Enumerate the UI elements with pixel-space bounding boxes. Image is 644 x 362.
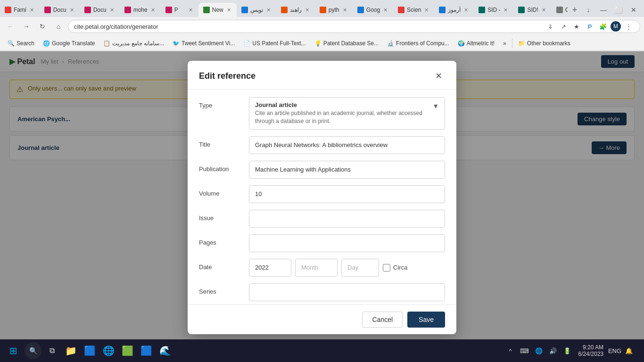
- save-button[interactable]: Save: [407, 312, 445, 328]
- tab-sid2[interactable]: SID! ✕: [513, 3, 551, 17]
- bookmark-altmetric[interactable]: 🌍 Altmetric it!: [454, 39, 498, 48]
- date-year-input[interactable]: [249, 259, 291, 277]
- bookmark-patent[interactable]: 📄 US Patent Full-Text...: [239, 39, 309, 48]
- bookmark-search[interactable]: 🔍 Search: [4, 39, 38, 48]
- bookmark-translate[interactable]: 🌐 Google Translate: [39, 39, 99, 48]
- date-day-input[interactable]: [341, 259, 379, 277]
- tab-close-rahnd[interactable]: ✕: [304, 6, 310, 14]
- altmetric-bm-icon: 🌍: [458, 40, 465, 47]
- modal-close-button[interactable]: ✕: [432, 69, 445, 82]
- petal-icon[interactable]: P: [584, 21, 595, 32]
- excel-button[interactable]: 🟩: [119, 342, 136, 359]
- home-button[interactable]: ⌂: [52, 20, 65, 33]
- tab-new[interactable]: New ✕: [198, 3, 237, 17]
- patent-bm-icon: 📄: [243, 40, 250, 47]
- tab-armoz[interactable]: آرموز ✕: [434, 3, 474, 17]
- ms-365-button[interactable]: 🟦: [81, 342, 98, 359]
- circa-label: Circa: [393, 264, 407, 271]
- edge-button[interactable]: 🌊: [157, 342, 173, 359]
- cancel-button[interactable]: Cancel: [362, 312, 403, 328]
- reload-button[interactable]: ↻: [36, 20, 49, 33]
- volume-input[interactable]: [249, 185, 445, 203]
- series-control: [249, 283, 445, 301]
- close-window-button[interactable]: ✕: [627, 3, 640, 16]
- tab-close-fami[interactable]: ✕: [29, 6, 35, 14]
- file-explorer-button[interactable]: 📁: [62, 342, 79, 359]
- start-button[interactable]: ⊞: [4, 341, 23, 360]
- tab-petal[interactable]: P ✕: [161, 3, 198, 17]
- notifications-icon[interactable]: 🔔: [622, 344, 636, 357]
- tab-close-new[interactable]: ✕: [226, 6, 232, 14]
- type-select-content: Journal article Cite an article publishe…: [255, 101, 432, 125]
- bookmarks-more-button[interactable]: »: [499, 39, 510, 48]
- tab-docu2[interactable]: Docu ✕: [80, 3, 120, 17]
- tab-close-goog[interactable]: ✕: [382, 6, 388, 14]
- tab-docu1[interactable]: Docu ✕: [40, 3, 80, 17]
- tab-fami[interactable]: Fami ✕: [0, 3, 40, 17]
- bookmark-star-icon[interactable]: ★: [571, 21, 582, 32]
- bookmark-frontiers[interactable]: 🔬 Frontiers of Compu...: [383, 39, 453, 48]
- address-bar[interactable]: cite.petal.org/citation/generator ⇓ ↗ ★ …: [68, 20, 640, 33]
- tab-list-button[interactable]: ↓: [582, 3, 595, 16]
- series-input[interactable]: [249, 283, 445, 301]
- title-input[interactable]: [249, 136, 445, 154]
- keyboard-icon[interactable]: ⌨: [518, 344, 531, 357]
- forward-button[interactable]: →: [20, 20, 33, 33]
- type-control: Journal article Cite an article publishe…: [249, 97, 445, 130]
- task-view-button[interactable]: ⧉: [43, 342, 60, 359]
- profile-icon[interactable]: M: [611, 21, 621, 32]
- bookmark-tweet[interactable]: 🐦 Tweet Sentiment Vi...: [169, 39, 239, 48]
- share-icon[interactable]: ↗: [558, 21, 569, 32]
- tab-chat[interactable]: Chat ✕: [552, 3, 568, 17]
- tab-favicon-petal: [165, 7, 172, 13]
- extensions-icon[interactable]: 🧩: [597, 21, 609, 32]
- maximize-button[interactable]: ⬜: [612, 3, 625, 16]
- tab-close-docu1[interactable]: ✕: [69, 6, 75, 14]
- chrome-button[interactable]: 🌐: [100, 342, 117, 359]
- tab-close-mohe[interactable]: ✕: [150, 6, 156, 14]
- tab-close-scien[interactable]: ✕: [423, 6, 429, 14]
- tab-goog[interactable]: Goog ✕: [353, 3, 393, 17]
- date-field-row: Date Circa: [199, 259, 445, 277]
- tab-close-google[interactable]: ✕: [265, 6, 272, 14]
- network-icon[interactable]: 🌐: [532, 344, 545, 357]
- menu-icon[interactable]: ⋮: [623, 21, 634, 32]
- pages-control: [249, 234, 445, 252]
- bookmark-patent-db[interactable]: 💡 Patent Database Se...: [311, 39, 382, 48]
- tab-close-armoz[interactable]: ✕: [463, 6, 469, 14]
- date-month-input[interactable]: [295, 259, 338, 277]
- tab-pyth[interactable]: pyth ✕: [315, 3, 353, 17]
- modal-footer: Cancel Save: [188, 304, 456, 334]
- type-select[interactable]: Journal article Cite an article publishe…: [249, 97, 445, 130]
- tab-close-sid2[interactable]: ✕: [541, 6, 547, 14]
- lang-indicator[interactable]: ENG: [608, 344, 621, 357]
- tab-close-sid1[interactable]: ✕: [503, 6, 509, 14]
- tab-label-goog: Goog: [366, 7, 380, 13]
- tab-sid1[interactable]: SID - ✕: [474, 3, 513, 17]
- bookmark-samaneh[interactable]: 📋 سامانه جامع مدیریت...: [99, 39, 168, 48]
- minimize-button[interactable]: —: [597, 3, 610, 16]
- other-bookmarks-folder[interactable]: 📁 Other bookmarks: [514, 39, 574, 48]
- circa-checkbox[interactable]: [383, 264, 390, 272]
- tab-mohe[interactable]: mohe ✕: [120, 3, 161, 17]
- tab-google[interactable]: نویس ✕: [237, 3, 276, 17]
- issue-field-row: Issue: [199, 210, 445, 228]
- pages-input[interactable]: [249, 234, 445, 252]
- tab-close-docu2[interactable]: ✕: [109, 6, 115, 14]
- battery-icon[interactable]: 🔋: [561, 344, 574, 357]
- tab-close-petal[interactable]: ✕: [188, 6, 194, 14]
- taskbar-search-button[interactable]: 🔍: [25, 342, 41, 359]
- issue-input[interactable]: [249, 210, 445, 228]
- tab-close-pyth[interactable]: ✕: [342, 6, 348, 14]
- volume-icon[interactable]: 🔊: [546, 344, 560, 357]
- tray-up-icon[interactable]: ^: [504, 344, 517, 357]
- tab-rahnd[interactable]: راهند ✕: [276, 3, 315, 17]
- word-button[interactable]: 🟦: [138, 342, 155, 359]
- system-clock[interactable]: 9:20 AM 6/24/2023: [575, 344, 607, 357]
- download-icon[interactable]: ⇓: [545, 21, 556, 32]
- back-button[interactable]: ←: [4, 20, 17, 33]
- tab-scien[interactable]: Scien ✕: [393, 3, 434, 17]
- new-tab-button[interactable]: +: [568, 3, 582, 17]
- show-desktop-button[interactable]: [636, 341, 640, 360]
- publication-input[interactable]: [249, 161, 445, 179]
